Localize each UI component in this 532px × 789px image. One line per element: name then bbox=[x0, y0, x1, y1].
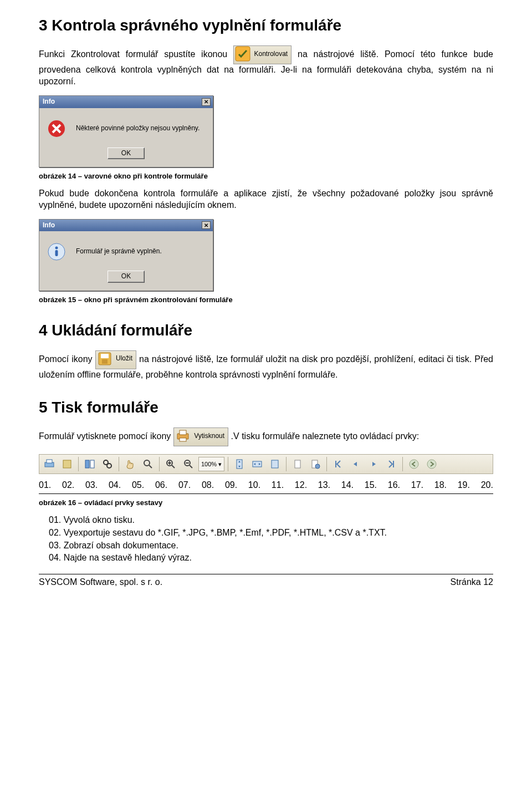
tb-fit-width-icon[interactable] bbox=[249, 456, 265, 472]
svg-point-33 bbox=[410, 460, 418, 469]
s4-p1-a: Pomocí ikony bbox=[39, 354, 95, 364]
dialog-title: Info bbox=[43, 221, 55, 230]
svg-rect-15 bbox=[90, 460, 94, 468]
caption-14: obrázek 14 – varovné okno při kontrole f… bbox=[39, 172, 493, 181]
separator bbox=[228, 457, 228, 471]
zoom-value: 100% bbox=[201, 460, 217, 468]
s4-paragraph-1: Pomocí ikony Uložit na nástrojové liště,… bbox=[39, 350, 493, 381]
caption-16: obrázek 16 – ovládací prvky sestavy bbox=[39, 498, 493, 508]
tb-zoom-out-icon[interactable] bbox=[180, 456, 197, 472]
info-dialog-error: Info ✕ Některé povinné položky nejsou vy… bbox=[39, 95, 213, 167]
dialog-title: Info bbox=[43, 98, 55, 106]
ok-button[interactable]: OK bbox=[108, 147, 145, 160]
tb-zoom-tool-icon[interactable] bbox=[140, 456, 156, 472]
num: 06. bbox=[155, 480, 167, 491]
caption-15: obrázek 15 – okno při správném zkontrolo… bbox=[39, 296, 493, 305]
num: 08. bbox=[202, 480, 214, 491]
close-icon[interactable]: ✕ bbox=[202, 98, 211, 106]
svg-rect-4 bbox=[55, 250, 58, 256]
tb-first-page-icon[interactable] bbox=[330, 456, 346, 472]
print-icon bbox=[175, 428, 191, 444]
s5-paragraph-1: Formulář vytisknete pomocí ikony Vytiskn… bbox=[39, 427, 493, 446]
separator bbox=[159, 457, 160, 471]
num: 18. bbox=[434, 480, 447, 491]
dialog-text: Některé povinné položky nejsou vyplněny. bbox=[76, 124, 200, 133]
s5-p1-a: Formulář vytisknete pomocí ikony bbox=[39, 432, 173, 441]
vytisknout-label: Vytisknout bbox=[194, 432, 226, 441]
ulozit-label: Uložit bbox=[116, 354, 134, 363]
svg-rect-9 bbox=[180, 430, 186, 435]
num: 19. bbox=[458, 480, 470, 491]
toolbar-number-row: 01. 02. 03. 04. 05. 06. 07. 08. 09. 10. … bbox=[39, 480, 493, 491]
svg-rect-30 bbox=[295, 460, 300, 468]
num: 16. bbox=[388, 480, 400, 491]
svg-point-18 bbox=[144, 460, 150, 466]
svg-line-19 bbox=[149, 465, 152, 468]
legend-item: 03. Zobrazí obsah dokumentace. bbox=[49, 540, 493, 552]
legend-item: 01. Vyvolá okno tisku. bbox=[49, 515, 493, 526]
s3-p1-a: Funkci Zkontrolovat formulář spustíte ik… bbox=[39, 50, 233, 59]
num: 09. bbox=[225, 480, 237, 491]
tb-contents-icon[interactable] bbox=[81, 456, 98, 472]
section-3-title: 3 Kontrola správného vyplnění formuláře bbox=[39, 16, 493, 35]
num: 02. bbox=[62, 480, 74, 491]
separator bbox=[402, 457, 403, 471]
tb-zoom-level[interactable]: 100% ▾ bbox=[198, 457, 224, 471]
error-icon bbox=[47, 119, 66, 138]
num: 01. bbox=[39, 480, 51, 491]
tb-prev-page-icon[interactable] bbox=[347, 456, 364, 472]
hr bbox=[39, 493, 493, 494]
num: 13. bbox=[318, 480, 330, 491]
tb-new-page-icon[interactable] bbox=[289, 456, 306, 472]
separator bbox=[78, 457, 79, 471]
tb-fit-height-icon[interactable] bbox=[231, 456, 248, 472]
num: 10. bbox=[248, 480, 260, 491]
num: 03. bbox=[85, 480, 98, 491]
svg-rect-29 bbox=[272, 460, 278, 468]
tb-fit-page-icon[interactable] bbox=[267, 456, 283, 472]
tb-search-icon[interactable] bbox=[99, 456, 116, 472]
ulozit-button[interactable]: Uložit bbox=[95, 350, 136, 369]
svg-line-21 bbox=[172, 465, 175, 468]
tb-last-page-icon[interactable] bbox=[383, 456, 400, 472]
save-icon bbox=[97, 351, 112, 366]
tb-page-settings-icon[interactable] bbox=[307, 456, 324, 472]
kontrolovat-label: Kontrolovat bbox=[254, 50, 289, 59]
print-toolbar: 100% ▾ bbox=[39, 454, 493, 474]
kontrolovat-button[interactable]: Kontrolovat bbox=[233, 45, 291, 64]
s3-paragraph-2: Pokud bude dokončena kontrola formuláře … bbox=[39, 188, 493, 211]
svg-rect-10 bbox=[180, 438, 186, 441]
svg-point-34 bbox=[427, 460, 436, 469]
legend-list: 01. Vyvolá okno tisku. 02. Vyexportuje s… bbox=[49, 515, 493, 564]
footer-page: Stránka 12 bbox=[451, 577, 493, 588]
num: 12. bbox=[295, 480, 307, 491]
ok-button[interactable]: OK bbox=[108, 271, 145, 283]
num: 07. bbox=[178, 480, 191, 491]
info-icon bbox=[47, 242, 66, 261]
footer-company: SYSCOM Software, spol. s r. o. bbox=[39, 577, 162, 588]
legend-item: 04. Najde na sestavě hledaný výraz. bbox=[49, 552, 493, 564]
separator bbox=[119, 457, 119, 471]
svg-rect-12 bbox=[47, 460, 52, 463]
tb-export-icon[interactable] bbox=[59, 456, 75, 472]
vytisknout-button[interactable]: Vytisknout bbox=[173, 427, 228, 446]
svg-rect-13 bbox=[63, 460, 71, 468]
num: 20. bbox=[481, 480, 493, 491]
tb-next-page-icon[interactable] bbox=[365, 456, 382, 472]
num: 14. bbox=[341, 480, 354, 491]
close-icon[interactable]: ✕ bbox=[202, 221, 211, 229]
tb-hand-icon[interactable] bbox=[122, 456, 139, 472]
s5-p1-b: .V tisku formuláře naleznete tyto ovláda… bbox=[231, 432, 420, 441]
page-footer: SYSCOM Software, spol. s r. o. Stránka 1… bbox=[39, 574, 493, 588]
tb-forward-icon[interactable] bbox=[423, 456, 440, 472]
tb-print-icon[interactable] bbox=[41, 456, 58, 472]
tb-back-icon[interactable] bbox=[406, 456, 422, 472]
check-icon bbox=[235, 46, 250, 62]
s3-paragraph-1: Funkci Zkontrolovat formulář spustíte ik… bbox=[39, 45, 493, 88]
num: 05. bbox=[132, 480, 144, 491]
separator bbox=[286, 457, 287, 471]
svg-rect-14 bbox=[85, 460, 89, 468]
svg-point-3 bbox=[55, 247, 58, 250]
tb-zoom-in-icon[interactable] bbox=[162, 456, 179, 472]
dialog-titlebar: Info ✕ bbox=[39, 96, 213, 108]
